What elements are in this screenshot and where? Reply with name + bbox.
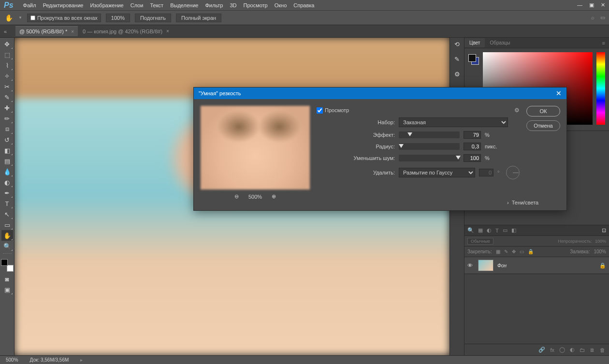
panel-menu-icon[interactable]: ≡ <box>598 40 609 46</box>
path-tool-icon[interactable]: ↖ <box>1 209 13 219</box>
stamp-tool-icon[interactable]: ⧈ <box>1 124 13 134</box>
lock-position-icon[interactable]: ✥ <box>512 249 516 254</box>
lock-brush-icon[interactable]: ✎ <box>504 249 508 254</box>
crop-tool-icon[interactable]: ✂ <box>1 81 13 92</box>
workspace-icon[interactable]: ▭ <box>600 15 605 21</box>
link-layers-icon[interactable]: 🔗 <box>538 347 545 353</box>
layer-name[interactable]: Фон <box>497 263 507 268</box>
adjustment-layer-icon[interactable]: ◐ <box>570 347 575 353</box>
lasso-tool-icon[interactable]: ⌇ <box>1 60 13 71</box>
hand-tool-active-icon[interactable]: ✋ <box>1 230 13 241</box>
pen-tool-icon[interactable]: ✒ <box>1 188 13 198</box>
zoom-in-icon[interactable]: ⊕ <box>272 193 276 200</box>
status-doc[interactable]: Док: 3,56M/3,56M <box>30 357 69 363</box>
gradient-tool-icon[interactable]: ▤ <box>1 156 13 166</box>
search-icon[interactable]: ⌕ <box>591 15 594 21</box>
amount-slider[interactable] <box>399 131 460 138</box>
menu-image[interactable]: Изображение <box>90 2 123 8</box>
menu-type[interactable]: Текст <box>150 2 163 8</box>
properties-panel-icon[interactable]: ⚙ <box>454 71 460 78</box>
healing-tool-icon[interactable]: ✚ <box>1 102 13 113</box>
preview-checkbox[interactable]: Просмотр <box>317 107 349 114</box>
layer-lock-icon[interactable]: 🔒 <box>599 262 606 269</box>
lock-pixels-icon[interactable]: ▦ <box>496 249 500 254</box>
layer-visibility-icon[interactable]: 👁 <box>467 262 474 268</box>
shadows-highlights-toggle[interactable]: › Тени/света <box>507 200 538 205</box>
maximize-icon[interactable]: ▣ <box>589 2 594 8</box>
eyedropper-tool-icon[interactable]: ✎ <box>1 92 13 102</box>
doc-tab-1-close-icon[interactable]: × <box>71 29 74 34</box>
layers-filter-smart-icon[interactable]: ◧ <box>511 227 516 233</box>
doc-tab-2[interactable]: 0 — копия.jpg @ 420% (RGB/8#) × <box>79 27 173 36</box>
scroll-all-checkbox[interactable]: Прокрутка во всех окнах <box>27 14 101 22</box>
eraser-tool-icon[interactable]: ◧ <box>1 145 13 156</box>
layers-filter-icon[interactable]: 🔍 <box>467 227 474 233</box>
tab-swatches[interactable]: Образцы <box>485 38 515 47</box>
menu-view[interactable]: Просмотр <box>243 2 267 8</box>
new-group-icon[interactable]: 🗀 <box>580 347 585 353</box>
menu-layer[interactable]: Слои <box>130 2 144 8</box>
history-brush-tool-icon[interactable]: ↺ <box>1 134 13 145</box>
layers-filter-adj-icon[interactable]: ◐ <box>487 227 492 233</box>
menu-filter[interactable]: Фильтр <box>205 2 223 8</box>
tab-overflow-icon[interactable]: « <box>4 29 7 34</box>
fullscreen-button[interactable]: Полный экран <box>176 14 221 22</box>
amount-input[interactable] <box>464 131 481 139</box>
layers-filter-img-icon[interactable]: ▦ <box>478 227 483 233</box>
lock-artboard-icon[interactable]: ▭ <box>520 249 524 254</box>
minimize-icon[interactable]: — <box>577 2 582 8</box>
dropdown-icon[interactable]: ▼ <box>18 15 22 20</box>
brushes-panel-icon[interactable]: ✎ <box>454 56 460 63</box>
noise-slider[interactable] <box>399 155 460 161</box>
layer-fx-icon[interactable]: fx <box>550 347 554 353</box>
fg-bg-swatch[interactable] <box>468 54 479 65</box>
dialog-close-icon[interactable]: ✕ <box>556 89 562 97</box>
dialog-titlebar[interactable]: "Умная" резкость ✕ <box>194 87 566 99</box>
layers-filter-shape-icon[interactable]: ▭ <box>503 227 508 233</box>
zoom-tool-icon[interactable]: 🔍 <box>1 241 13 251</box>
color-swap[interactable] <box>1 259 14 272</box>
lock-all-icon[interactable]: 🔒 <box>528 249 534 254</box>
dialog-preview[interactable] <box>201 106 310 189</box>
menu-window[interactable]: Окно <box>275 2 287 8</box>
opacity-value[interactable]: 100% <box>595 239 606 244</box>
menu-help[interactable]: Справка <box>293 2 314 8</box>
marquee-tool-icon[interactable]: ⬚ <box>1 49 13 60</box>
zoom-out-icon[interactable]: ⊖ <box>234 193 239 200</box>
menu-3d[interactable]: 3D <box>230 2 236 8</box>
remove-select[interactable]: Размытие по Гауссу <box>399 168 475 177</box>
tab-color[interactable]: Цвет <box>464 38 485 47</box>
menu-file[interactable]: Файл <box>23 2 36 8</box>
menu-edit[interactable]: Редактирование <box>43 2 84 8</box>
layer-thumbnail[interactable] <box>478 260 493 271</box>
layer-row[interactable]: 👁 Фон 🔒 <box>464 257 609 274</box>
new-layer-icon[interactable]: 🗎 <box>590 347 595 353</box>
screenmode-icon[interactable]: ▣ <box>1 284 13 295</box>
move-tool-icon[interactable]: ✥ <box>1 39 13 49</box>
layers-filter-type-icon[interactable]: T <box>495 228 499 233</box>
hand-tool-icon[interactable]: ✋ <box>4 13 14 23</box>
fit-button[interactable]: Подогнать <box>135 14 171 22</box>
cancel-button[interactable]: Отмена <box>526 120 560 131</box>
preset-select[interactable]: Заказная <box>399 117 508 127</box>
type-tool-icon[interactable]: T <box>1 198 13 209</box>
status-arrow-icon[interactable]: ▸ <box>80 357 83 363</box>
layers-filter-toggle[interactable]: ⊡ <box>602 227 606 233</box>
fill-value[interactable]: 100% <box>594 249 606 254</box>
zoom-100-button[interactable]: 100% <box>106 14 130 22</box>
doc-tab-2-close-icon[interactable]: × <box>166 29 169 34</box>
doc-tab-1[interactable]: @ 500% (RGB/8#) * × <box>15 26 78 36</box>
ok-button[interactable]: ОК <box>526 106 560 116</box>
menu-select[interactable]: Выделение <box>170 2 198 8</box>
hue-strip[interactable] <box>596 52 605 125</box>
radius-slider[interactable] <box>399 143 460 150</box>
noise-input[interactable] <box>464 154 481 162</box>
dodge-tool-icon[interactable]: ◐ <box>1 177 13 188</box>
shape-tool-icon[interactable]: ▭ <box>1 219 13 230</box>
blur-tool-icon[interactable]: 💧 <box>1 166 13 177</box>
delete-layer-icon[interactable]: 🗑 <box>600 347 605 353</box>
close-icon[interactable]: ✕ <box>601 2 605 8</box>
radius-input[interactable] <box>464 143 481 150</box>
magic-wand-tool-icon[interactable]: ✧ <box>1 71 13 81</box>
quickmask-icon[interactable]: ◙ <box>1 274 13 284</box>
